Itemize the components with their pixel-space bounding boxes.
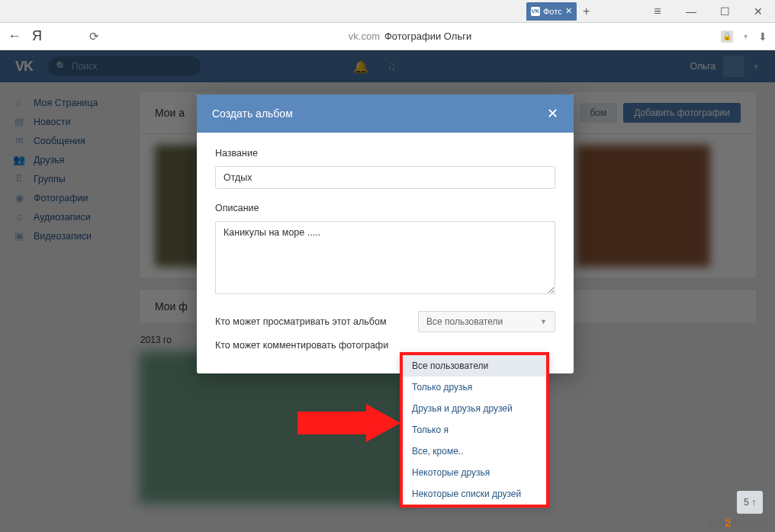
browser-address-bar: ← Я ⟳ vk.com Фотографии Ольги 🔒 ▾ ⬇ — [0, 23, 775, 50]
name-label: Название — [215, 148, 555, 159]
who-comment-label: Кто может комментировать фотографи — [215, 340, 555, 351]
privacy-dropdown: Все пользователи Только друзья Друзья и … — [400, 352, 549, 508]
create-album-modal: Создать альбом ✕ Название Описание Каник… — [197, 95, 574, 373]
window-minimize-icon[interactable]: — — [674, 0, 708, 22]
modal-header: Создать альбом ✕ — [197, 95, 574, 133]
url-domain: vk.com — [349, 30, 380, 42]
tab-title: Фотс — [543, 7, 562, 16]
browser-tab[interactable]: VK Фотс ✕ — [526, 2, 577, 21]
dropdown-option[interactable]: Только я — [403, 419, 546, 441]
window-close-icon[interactable]: ✕ — [741, 0, 775, 22]
dropdown-option[interactable]: Только друзья — [403, 377, 546, 398]
modal-title: Создать альбом — [212, 107, 293, 120]
dropdown-option[interactable]: Все пользователи — [403, 355, 546, 377]
tab-close-icon[interactable]: ✕ — [565, 6, 572, 16]
watermark: clip2net.com — [709, 517, 769, 529]
reload-icon[interactable]: ⟳ — [89, 30, 99, 43]
new-tab-button[interactable]: + — [577, 5, 597, 18]
chevron-down-icon: ▼ — [540, 318, 547, 325]
browser-menu-icon[interactable]: ≡ — [641, 0, 674, 22]
dropdown-option[interactable]: Все, кроме.. — [403, 441, 546, 462]
scroll-top-button[interactable]: 5 ↑ — [737, 491, 763, 514]
browser-tab-strip: VK Фотс ✕ + ≡ — ☐ ✕ — [0, 0, 775, 23]
yandex-home-icon[interactable]: Я — [32, 28, 42, 44]
url-page-title: Фотографии Ольги — [384, 30, 471, 42]
site-menu-icon[interactable]: ▾ — [744, 32, 748, 40]
downloads-icon[interactable]: ⬇ — [758, 30, 767, 43]
address-display[interactable]: vk.com Фотографии Ольги — [110, 30, 710, 42]
tab-favicon: VK — [531, 7, 540, 16]
description-label: Описание — [215, 203, 555, 213]
window-maximize-icon[interactable]: ☐ — [708, 0, 741, 22]
close-icon[interactable]: ✕ — [547, 105, 558, 122]
dropdown-option[interactable]: Друзья и друзья друзей — [403, 398, 546, 419]
lock-icon[interactable]: 🔒 — [721, 30, 733, 43]
album-description-textarea[interactable]: Каникулы на море ..... — [215, 221, 555, 294]
nav-back-icon[interactable]: ← — [8, 28, 21, 44]
album-name-input[interactable] — [215, 166, 555, 189]
who-view-label: Кто может просматривать этот альбом — [215, 316, 410, 327]
dropdown-option[interactable]: Некоторые друзья — [403, 462, 546, 483]
dropdown-option[interactable]: Некоторые списки друзей — [403, 483, 546, 505]
who-view-select[interactable]: Все пользователи ▼ — [418, 311, 555, 332]
select-value: Все пользователи — [426, 316, 503, 327]
